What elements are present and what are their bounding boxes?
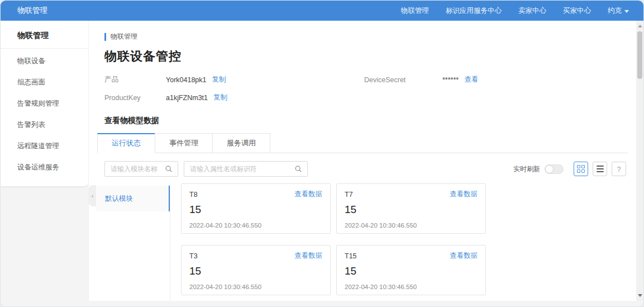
- device-secret-label: DeviceSecret: [364, 76, 442, 84]
- product-value: York0418pk1: [166, 76, 207, 84]
- grid-view-button[interactable]: [574, 162, 588, 176]
- property-card: T3 查看数据 15 2022-04-20 10:30:46.550: [181, 245, 331, 295]
- section-title-model-data: 查看物模型数据: [104, 116, 636, 126]
- model-data-area: ‹ 默认模块 T8 查看数据 15 2022-04-20 10:30:46.55…: [96, 183, 636, 301]
- property-cards-grid: T8 查看数据 15 2022-04-20 10:30:46.550 T7 查看…: [181, 183, 486, 301]
- sidebar-item-device-ops[interactable]: 设备运维服务: [1, 159, 88, 176]
- sidebar-item-iot-devices[interactable]: 物联设备: [1, 53, 88, 70]
- top-navbar: 物联管理 物联管理 标识应用服务中心 卖家中心 买家中心 约克: [1, 1, 643, 21]
- grid-view-icon: [577, 165, 585, 173]
- app-window: 物联管理 物联管理 标识应用服务中心 卖家中心 买家中心 约克 物联管理 物联设…: [0, 0, 644, 307]
- property-name: T8: [189, 191, 198, 199]
- copy-product-key-link[interactable]: 复制: [213, 93, 227, 102]
- tab-event-management[interactable]: 事件管理: [155, 133, 213, 153]
- nav-item-seller-center[interactable]: 卖家中心: [518, 6, 546, 16]
- tab-bar: 运行状态 事件管理 服务调用: [97, 133, 628, 153]
- main-content: 物联管理 物联设备管控 产品 York0418pk1 复制 DeviceSecr…: [88, 21, 636, 301]
- view-data-link[interactable]: 查看数据: [294, 251, 322, 261]
- property-timestamp: 2022-04-20 10:30:46.550: [345, 222, 478, 229]
- search-icon[interactable]: [165, 165, 173, 173]
- user-name: 约克: [608, 6, 622, 16]
- module-search-box: [104, 161, 178, 177]
- realtime-refresh-toggle[interactable]: [545, 164, 564, 174]
- product-key-value: a1kjFZNm3t1: [166, 94, 208, 102]
- view-secret-link[interactable]: 查看: [464, 75, 478, 84]
- breadcrumb: 物联管理: [104, 32, 636, 41]
- view-data-link[interactable]: 查看数据: [294, 190, 322, 199]
- tab-running-status[interactable]: 运行状态: [97, 133, 155, 153]
- top-nav-menu: 物联管理 标识应用服务中心 卖家中心 买家中心 约克: [401, 6, 629, 16]
- sidebar-item-alarm-list[interactable]: 告警列表: [1, 116, 88, 134]
- list-view-icon: [597, 166, 604, 173]
- property-name: T3: [189, 252, 198, 260]
- view-switcher: ?: [574, 162, 626, 176]
- chevron-left-icon: ‹: [92, 192, 94, 199]
- property-timestamp: 2022-04-20 10:30:46.550: [189, 222, 322, 229]
- sidebar: 物联管理 物联设备 组态画面 告警规则管理 告警列表 远程隧道管理 设备运维服务: [1, 21, 88, 301]
- question-mark-icon: ?: [617, 165, 621, 173]
- scroll-up-arrow-icon[interactable]: [638, 25, 642, 27]
- vertical-scrollbar[interactable]: [636, 21, 643, 301]
- nav-item-buyer-center[interactable]: 买家中心: [563, 6, 591, 16]
- toolbar-right: 实时刷新 ?: [513, 162, 626, 176]
- help-button[interactable]: ?: [612, 162, 626, 176]
- device-secret-value: ******: [442, 76, 459, 84]
- property-value: 15: [345, 204, 478, 216]
- page-title: 物联设备管控: [104, 48, 636, 65]
- product-label: 产品: [104, 75, 166, 84]
- chevron-down-icon: [624, 10, 629, 13]
- nav-item-iot-management[interactable]: 物联管理: [401, 6, 429, 16]
- property-card: T7 查看数据 15 2022-04-20 10:30:46.550: [336, 183, 486, 234]
- product-key-label: ProductKey: [104, 94, 166, 102]
- realtime-refresh-label: 实时刷新: [513, 164, 540, 174]
- property-card: T8 查看数据 15 2022-04-20 10:30:46.550: [181, 183, 331, 234]
- list-view-button[interactable]: [593, 162, 607, 176]
- sidebar-item-remote-tunnel[interactable]: 远程隧道管理: [1, 138, 88, 155]
- module-search-input[interactable]: [105, 165, 165, 173]
- device-secret-row: DeviceSecret ****** 查看: [364, 75, 636, 84]
- sidebar-item-scada-screens[interactable]: 组态画面: [1, 74, 88, 91]
- device-info: 产品 York0418pk1 复制 DeviceSecret ****** 查看…: [104, 75, 636, 102]
- property-value: 15: [189, 265, 322, 277]
- property-value: 15: [345, 265, 478, 277]
- property-timestamp: 2022-04-20 10:30:46.550: [189, 284, 322, 290]
- breadcrumb-accent-bar: [104, 33, 106, 41]
- property-card: T15 查看数据 15 2022-04-20 10:30:46.550: [336, 245, 486, 295]
- module-item-default[interactable]: 默认模块: [96, 186, 170, 211]
- window-bottom-edge: [1, 301, 643, 306]
- nav-item-identity-service-center[interactable]: 标识应用服务中心: [446, 6, 502, 16]
- search-icon[interactable]: [294, 165, 302, 173]
- property-name: T15: [345, 252, 357, 260]
- scroll-down-arrow-icon[interactable]: [638, 294, 642, 297]
- product-key-row: ProductKey a1kjFZNm3t1 复制: [104, 93, 364, 102]
- property-timestamp: 2022-04-20 10:30:46.550: [345, 284, 478, 290]
- user-menu[interactable]: 约克: [608, 6, 629, 16]
- view-data-link[interactable]: 查看数据: [450, 251, 478, 261]
- view-data-link[interactable]: 查看数据: [450, 190, 478, 199]
- scrollbar-thumb[interactable]: [637, 31, 642, 79]
- sidebar-item-alarm-rules[interactable]: 告警规则管理: [1, 95, 88, 112]
- copy-product-link[interactable]: 复制: [212, 75, 226, 84]
- sidebar-title: 物联管理: [1, 21, 88, 48]
- property-name: T7: [345, 191, 353, 199]
- attribute-search-box: [184, 161, 308, 177]
- tab-service-invoke[interactable]: 服务调用: [212, 133, 270, 153]
- toolbar: 实时刷新 ?: [104, 161, 626, 177]
- collapse-panel-handle[interactable]: ‹: [89, 185, 96, 206]
- module-list-panel: ‹ 默认模块: [96, 183, 170, 301]
- breadcrumb-label: 物联管理: [111, 32, 137, 41]
- sidebar-menu: 物联管理 物联设备 组态画面 告警规则管理 告警列表 远程隧道管理 设备运维服务: [1, 21, 88, 186]
- product-row: 产品 York0418pk1 复制: [104, 75, 364, 84]
- sidebar-divider: [1, 48, 88, 49]
- toggle-knob: [545, 165, 554, 173]
- attribute-search-input[interactable]: [184, 165, 294, 173]
- brand-title: 物联管理: [17, 6, 47, 16]
- property-value: 15: [189, 204, 322, 216]
